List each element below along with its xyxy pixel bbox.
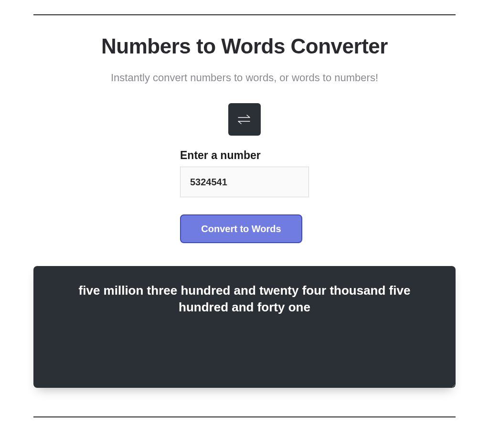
top-divider	[33, 14, 456, 15]
bottom-divider	[33, 416, 456, 417]
convert-button[interactable]: Convert to Words	[180, 214, 302, 243]
output-textarea[interactable]	[33, 266, 456, 388]
swap-button[interactable]	[228, 103, 261, 136]
swap-arrows-icon	[237, 114, 252, 125]
input-label: Enter a number	[180, 149, 309, 162]
page-title: Numbers to Words Converter	[33, 34, 456, 58]
number-input[interactable]	[180, 167, 309, 197]
subtitle: Instantly convert numbers to words, or w…	[33, 72, 456, 84]
